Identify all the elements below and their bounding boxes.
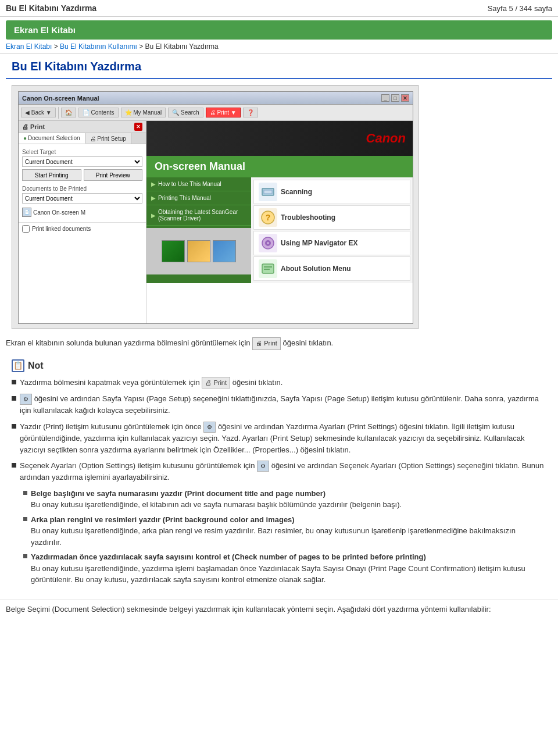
note-item-2: ⚙ öğesini ve ardından Sayfa Yapısı (Page… [12, 393, 546, 416]
print-note-btn-1: 🖨 Print [202, 377, 230, 389]
note-item-3: Yazdır (Print) iletişim kutusunu görüntü… [12, 421, 546, 455]
docs-to-print-select[interactable]: Current Document [22, 193, 142, 204]
select-target-dropdown[interactable]: Current Document [22, 156, 142, 167]
menu-item-scangear[interactable]: ▶Obtaining the Latest ScanGear (Scanner … [146, 205, 251, 226]
menu-left: ▶How to Use This Manual ▶Printing This M… [146, 177, 251, 283]
body-text: Ekran el kitabının solunda bulunan yazdı… [6, 337, 552, 350]
feature-troubleshooting[interactable]: ? Troubleshooting [253, 205, 410, 230]
tab-document-selection[interactable]: ● Document Selection [19, 133, 85, 144]
maximize-button[interactable]: □ [391, 94, 399, 102]
footer-text: Belge Seçimi (Document Selection) sekmes… [6, 605, 491, 614]
page-number: Sayfa 5 / 344 sayfa [488, 4, 552, 13]
print-dialog-title: 🖨 Print [22, 123, 45, 130]
page-setup-inline-btn: ⚙ [20, 394, 32, 405]
print-action-buttons: Start Printing Print Preview [22, 169, 142, 181]
search-button[interactable]: 🔍 Search [168, 108, 203, 117]
canon-banner: Canon [146, 121, 413, 156]
home-button[interactable]: 🏠 [61, 108, 76, 117]
manual-toolbar: ◀ Back ▼ 🏠 📄 Contents ⭐ My Manual 🔍 Sear… [19, 105, 413, 121]
print-settings-btn: ⚙ [203, 422, 216, 433]
solution-menu-icon [259, 259, 277, 278]
print-inline-button: 🖨 Print [252, 337, 281, 350]
feature-scanning[interactable]: Scanning [253, 180, 410, 204]
breadcrumb-current: Bu El Kitabını Yazdırma [145, 42, 219, 51]
screenshot-container: Canon On-screen Manual _ □ ✕ ◀ Back ▼ 🏠 … [12, 85, 419, 329]
tab-print-setup[interactable]: 🖨 Print Setup [85, 133, 131, 144]
print-close-button[interactable]: ✕ [134, 123, 142, 131]
mp-navigator-icon [259, 234, 277, 252]
svg-rect-1 [264, 190, 272, 194]
svg-rect-8 [264, 266, 272, 268]
minimize-button[interactable]: _ [381, 94, 389, 102]
section-banner: Ekran El Kitabı [6, 20, 552, 40]
print-preview-button[interactable]: Print Preview [84, 169, 143, 181]
select-target-label: Select Target [22, 149, 142, 155]
manual-title-bar: On-screen Manual [146, 156, 413, 177]
back-button[interactable]: ◀ Back ▼ [21, 108, 56, 117]
manual-content: Canon On-screen Manual ▶How to Use This … [146, 121, 413, 323]
scanning-label: Scanning [281, 188, 312, 196]
print-section-target: Select Target Current Document Start Pri… [19, 144, 146, 183]
print-linked-label: Print linked documents [32, 226, 91, 232]
window-title: Canon On-screen Manual [22, 95, 99, 102]
troubleshooting-icon: ? [259, 208, 277, 227]
help-button[interactable]: ❓ [243, 108, 258, 117]
breadcrumb: Ekran El Kitabı > Bu El Kitabının Kullan… [0, 40, 558, 54]
page-header: Bu El Kitabını Yazdırma Sayfa 5 / 344 sa… [0, 0, 558, 17]
page-title: Bu El Kitabını Yazdırma [6, 3, 96, 13]
menu-features-area: ▶How to Use This Manual ▶Printing This M… [146, 177, 413, 283]
manual-window: Canon On-screen Manual _ □ ✕ ◀ Back ▼ 🏠 … [18, 91, 413, 324]
note-header: 📋 Not [12, 359, 546, 372]
arrow-icon: ▶ [151, 195, 156, 201]
sub-bullet-icon [23, 517, 27, 521]
feature-list: Scanning ? Troubleshooting [251, 177, 413, 283]
menu-item-printing[interactable]: ▶Printing This Manual [146, 191, 251, 205]
sub-item-2: Arka plan rengini ve resimleri yazdır (P… [23, 514, 546, 548]
photo-thumbnails [146, 228, 251, 274]
feature-mp-navigator[interactable]: Using MP Navigator EX [253, 231, 410, 255]
svg-rect-9 [264, 269, 270, 270]
bullet-icon [12, 396, 16, 401]
note-title: Not [28, 361, 44, 371]
print-toolbar-button[interactable]: 🖨 Print ▼ [206, 108, 241, 117]
mp-navigator-label: Using MP Navigator EX [281, 239, 357, 247]
bullet-icon [12, 380, 16, 384]
svg-text:?: ? [266, 213, 271, 222]
sub-item-3: Yazdırmadan önce yazdırılacak sayfa sayı… [23, 551, 546, 586]
bullet-icon [12, 424, 16, 429]
note-icon: 📋 [12, 359, 24, 372]
menu-item-how-to-use[interactable]: ▶How to Use This Manual [146, 177, 251, 191]
note-item-4: Seçenek Ayarları (Option Settings) ileti… [12, 460, 546, 483]
breadcrumb-link-2[interactable]: Bu El Kitabının Kullanımı [60, 42, 137, 51]
start-printing-button[interactable]: Start Printing [22, 169, 81, 181]
print-dialog-header: 🖨 Print ✕ [19, 121, 146, 133]
print-linked-checkbox[interactable] [22, 225, 30, 233]
arrow-icon: ▶ [151, 181, 156, 187]
note-item-1: Yazdırma bölmesini kapatmak veya görüntü… [12, 377, 546, 389]
note-bullet-list: Yazdırma bölmesini kapatmak veya görüntü… [12, 377, 546, 483]
sub-item-1: Belge başlığını ve sayfa numarasını yazd… [23, 488, 546, 511]
troubleshooting-label: Troubleshooting [281, 213, 335, 222]
section-title: Bu El Kitabını Yazdırma [6, 54, 552, 79]
print-linked-row: Print linked documents [19, 222, 146, 235]
mymanual-button[interactable]: ⭐ My Manual [121, 108, 166, 117]
page-footer: Belge Seçimi (Document Selection) sekmes… [0, 600, 558, 618]
print-tabs: ● Document Selection 🖨 Print Setup [19, 133, 146, 144]
note-section: 📋 Not Yazdırma bölmesini kapatmak veya g… [6, 355, 552, 594]
docs-to-print-label: Documents to Be Printed [22, 186, 142, 192]
arrow-icon: ▶ [151, 212, 156, 219]
section-banner-label: Ekran El Kitabı [14, 25, 76, 35]
sub-bullet-icon [23, 554, 27, 558]
bullet-icon [12, 463, 16, 468]
feature-solution-menu[interactable]: About Solution Menu [253, 256, 410, 281]
note-sub-list: Belge başlığını ve sayfa numarasını yazd… [12, 488, 546, 586]
window-controls: _ □ ✕ [381, 94, 409, 102]
svg-point-6 [267, 242, 269, 244]
close-button[interactable]: ✕ [401, 94, 409, 102]
contents-button[interactable]: 📄 Contents [78, 108, 119, 117]
breadcrumb-link-1[interactable]: Ekran El Kitabı [6, 42, 52, 51]
solution-menu-label: About Solution Menu [281, 265, 351, 273]
document-item: 📄 Canon On-screen M [19, 206, 146, 219]
manual-title: On-screen Manual [155, 161, 245, 172]
sub-bullet-icon [23, 491, 27, 495]
